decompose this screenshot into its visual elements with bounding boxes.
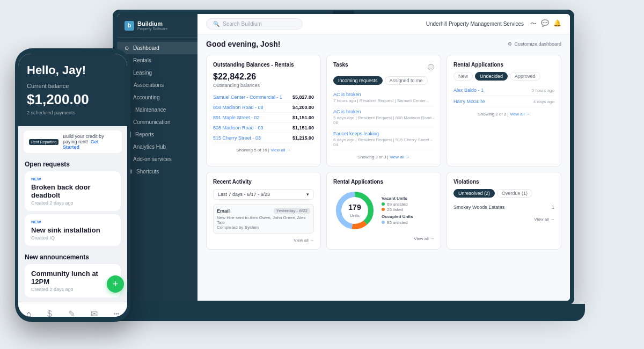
- apps-view-all[interactable]: View all →: [510, 112, 530, 117]
- task-title-1[interactable]: AC is broken: [333, 109, 434, 114]
- rental-applications-widget: Rental Applications New Undecided Approv…: [447, 55, 561, 166]
- pulse-icon[interactable]: 〜: [530, 19, 537, 28]
- violations-view-all[interactable]: View all →: [453, 217, 554, 222]
- phone-request-title-0: Broken back door deadbolt: [31, 183, 114, 199]
- phone-announcement-card-0[interactable]: Community lunch at 12PM Created 2 days a…: [25, 264, 121, 297]
- phone-promo-banner[interactable]: Rent Reporting Build your credit by payi…: [24, 130, 122, 153]
- dashboard-content: Good evening, Josh! ⚙ Customize dashboar…: [197, 34, 570, 301]
- vacant-listed-dot: [382, 208, 385, 211]
- violation-name-0[interactable]: Smokey Woods Estates: [453, 205, 504, 210]
- app-name-0[interactable]: Alex Baldo - 1: [453, 88, 484, 93]
- viol-tab-unresolved[interactable]: Unresolved (2): [453, 189, 495, 198]
- balance-item-3: 808 Madison Road - 03 $1,151.00: [213, 123, 314, 133]
- phone-nav-maintenance[interactable]: ✎: [64, 307, 79, 317]
- phone-nav-payments[interactable]: $: [43, 307, 56, 317]
- bell-icon[interactable]: 🔔: [553, 19, 561, 28]
- violation-count-0: 1: [552, 205, 554, 210]
- phone-request-title-1: New sink installation: [31, 226, 114, 234]
- activity-filter[interactable]: Last 7 days - 6/17 - 6/23 ▾: [213, 189, 314, 200]
- laptop-screen: b Buildium Property Software ⊙ Dashboard: [117, 14, 570, 301]
- task-title-2[interactable]: Faucet keeps leaking: [333, 131, 434, 136]
- app-tab-undecided[interactable]: Undecided: [475, 72, 508, 81]
- phone-scheduled: 2 scheduled payments: [27, 110, 119, 115]
- balance-amount-4: $1,215.00: [292, 135, 314, 141]
- phone-request-card-0[interactable]: NEW Broken back door deadbolt Created 2 …: [25, 171, 121, 211]
- task-item-2: Faucet keeps leaking 6 days ago | Reside…: [333, 128, 434, 150]
- occupied-unlisted-dot: [382, 221, 385, 224]
- gear-icon: ⚙: [508, 41, 512, 47]
- widgets-row-1: Outstanding Balances - Rentals $22,842.2…: [206, 55, 561, 166]
- donut-center: 179 Units: [348, 203, 361, 218]
- balance-amount-2: $1,151.00: [292, 115, 314, 120]
- chart-title: Rental Applications: [333, 179, 434, 185]
- tasks-info-icon: ⓘ: [428, 64, 434, 70]
- outstanding-view-all[interactable]: View all →: [270, 148, 291, 152]
- vacant-unlisted-dot: [382, 202, 385, 206]
- outstanding-balances-title: Outstanding Balances - Rentals: [213, 62, 314, 68]
- vacant-units-label: Vacant Units: [382, 196, 413, 201]
- phone-nav-messages[interactable]: ✉: [86, 307, 102, 317]
- donut-number: 179: [348, 203, 361, 212]
- logo-text-wrap: Buildium Property Software: [137, 20, 167, 31]
- app-tab-approved[interactable]: Approved: [510, 72, 540, 81]
- vacant-listed-text: 25 listed: [387, 207, 403, 212]
- buildium-app: b Buildium Property Software ⊙ Dashboard: [117, 14, 570, 301]
- viol-tab-overdue[interactable]: Overdue (1): [497, 189, 532, 198]
- nav-accounting-label: Accounting: [133, 94, 159, 100]
- violation-item-0: Smokey Woods Estates 1: [453, 202, 554, 213]
- phone-request-card-1[interactable]: NEW New sink installation Created IQ: [25, 214, 121, 246]
- app-name-1[interactable]: Harry McGuire: [453, 99, 485, 104]
- legend-vacant-listed: 25 listed: [382, 207, 413, 212]
- task-title-0[interactable]: AC is broken: [333, 92, 434, 97]
- phone-announcement-title-0: Community lunch at 12PM: [31, 270, 114, 286]
- nav-dashboard[interactable]: ⊙ Dashboard: [117, 42, 197, 54]
- phone-nav: ⌂ $ ✎ ✉ •••: [18, 302, 127, 317]
- phone-nav-home[interactable]: ⌂: [22, 307, 36, 317]
- tasks-list: AC is broken 7 hours ago | Resident Requ…: [333, 89, 434, 150]
- nav-associations-label: Associations: [134, 82, 164, 88]
- top-bar-icons: 〜 💬 🔔: [530, 19, 561, 28]
- fab-add-button[interactable]: +: [107, 275, 124, 293]
- tasks-view-all[interactable]: View all →: [390, 155, 410, 159]
- greeting-row: Good evening, Josh! ⚙ Customize dashboar…: [206, 40, 561, 48]
- task-item-1: AC is broken 5 days ago | Resident Reque…: [333, 106, 434, 128]
- nav-addon-label: Add-on services: [133, 156, 172, 162]
- violations-widget: Violations Unresolved (2) Overdue (1) Sm…: [447, 172, 561, 250]
- top-bar: 🔍 Search Buildium Underhill Property Man…: [197, 14, 570, 34]
- activity-view-all[interactable]: View all →: [213, 238, 314, 243]
- balance-item-1: 808 Madison Road - 08 $4,200.00: [213, 103, 314, 113]
- sidebar-logo: b Buildium Property Software: [117, 14, 197, 38]
- phone-announcement-meta-0: Created 2 days ago: [31, 287, 114, 292]
- phone: Hello, Jay! Current balance $1,200.00 2 …: [15, 48, 130, 322]
- balance-location-4[interactable]: 515 Cherry Street - 03: [213, 135, 261, 141]
- balance-location-1[interactable]: 808 Madison Road - 08: [213, 105, 264, 110]
- tasks-widget: Tasks ⓘ Incoming requests Assigned to me: [326, 55, 441, 166]
- main-content: 🔍 Search Buildium Underhill Property Man…: [197, 14, 570, 301]
- search-icon: 🔍: [213, 21, 219, 27]
- dashboard-icon: ⊙: [125, 45, 129, 51]
- phone-request-tag-0: NEW: [31, 177, 114, 181]
- balance-location-0[interactable]: Samuel Center - Commercial - 1: [213, 94, 282, 100]
- app-tab-new[interactable]: New: [453, 72, 473, 81]
- chat-icon[interactable]: 💬: [541, 19, 549, 28]
- tasks-tab-incoming[interactable]: Incoming requests: [333, 76, 383, 85]
- chart-view-all[interactable]: View all →: [333, 236, 434, 241]
- customize-dashboard-button[interactable]: ⚙ Customize dashboard: [508, 41, 561, 47]
- tasks-tab-assigned[interactable]: Assigned to me: [385, 76, 428, 85]
- outstanding-balances-total: $22,842.26: [213, 72, 314, 82]
- phone-nav-more[interactable]: •••: [109, 309, 124, 317]
- nav-maintenance-label: Maintenance: [135, 107, 166, 113]
- promo-text: Build your credit by paying rent! Get St…: [63, 134, 116, 150]
- nav-rentals-label: Rentals: [133, 57, 151, 63]
- nav-communication-label: Communication: [133, 119, 170, 125]
- greeting: Good evening, Josh!: [206, 40, 280, 48]
- balance-location-3[interactable]: 808 Madison Road - 03: [213, 125, 264, 130]
- violations-title: Violations: [453, 179, 554, 185]
- donut-legend: Vacant Units 69 unlisted 25 liste: [382, 196, 413, 226]
- activity-item-0: Email Yesterday - 6/22 New Hire sent to …: [213, 204, 314, 234]
- rental-applications-chart-widget: Rental Applications: [326, 172, 441, 250]
- search-placeholder: Search Buildium: [223, 21, 262, 27]
- balance-location-2[interactable]: 891 Maple Street - 02: [213, 115, 260, 120]
- chevron-down-icon: ▾: [306, 192, 309, 197]
- search-box[interactable]: 🔍 Search Buildium: [206, 18, 303, 30]
